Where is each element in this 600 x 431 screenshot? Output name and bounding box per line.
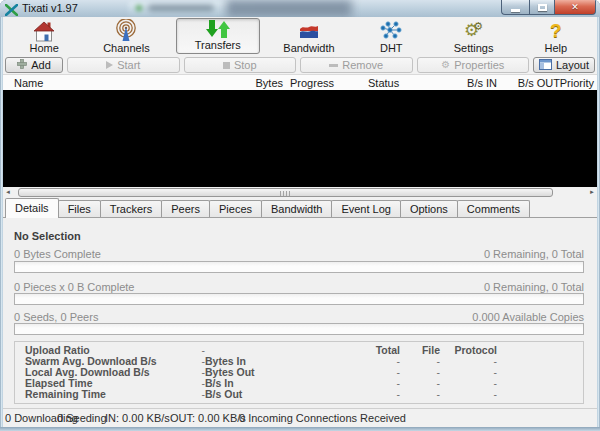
scroll-right-icon[interactable]: ►: [587, 187, 597, 197]
column-status[interactable]: Status: [368, 77, 399, 89]
stats-row-elapsed: Elapsed Time - B/s In - - -: [25, 378, 573, 389]
window-controls: ✕: [501, 0, 596, 15]
column-priority[interactable]: Priority: [534, 77, 594, 89]
pieces-progressbar: [14, 293, 584, 305]
transfers-icon: [205, 19, 231, 39]
stats-table: Upload Ratio - Total File Protocol Swarm…: [14, 341, 584, 404]
column-progress[interactable]: Progress: [290, 77, 334, 89]
properties-gear-icon: ⚙: [441, 60, 450, 70]
toolbar-label: Help: [545, 42, 568, 54]
tixati-window: Tixati v1.97 ✕ Home: [0, 0, 600, 431]
details-panel: No Selection 0 Bytes Complete 0 Remainin…: [3, 218, 597, 408]
layout-button-label: Layout: [556, 59, 589, 71]
start-button[interactable]: Start: [67, 57, 180, 73]
window-title: Tixati v1.97: [22, 2, 78, 14]
tab-options[interactable]: Options: [400, 200, 458, 217]
toolbar-item-bandwidth[interactable]: Bandwidth: [268, 17, 350, 56]
remove-button-label: Remove: [342, 59, 383, 71]
layout-button[interactable]: Layout: [533, 57, 595, 73]
stats-row-remaining: Remaining Time - B/s Out - - -: [25, 389, 573, 400]
close-button[interactable]: ✕: [555, 0, 596, 15]
transfer-list-body[interactable]: [3, 90, 597, 187]
toolbar-item-home[interactable]: Home: [3, 17, 85, 56]
bandwidth-icon: [299, 19, 319, 42]
close-icon: ✕: [571, 3, 579, 12]
column-name[interactable]: Name: [14, 77, 43, 89]
remove-button[interactable]: Remove: [300, 57, 413, 73]
toolbar-label: Home: [29, 42, 58, 54]
bytes-progressbar: [14, 261, 584, 273]
toolbar-item-dht[interactable]: DHT: [350, 17, 432, 56]
add-button-label: Add: [31, 59, 51, 71]
stats-row-local-avg: Local Avg. Download B/s - Bytes Out - - …: [25, 367, 573, 378]
toolbar-label: Bandwidth: [283, 42, 334, 54]
start-button-label: Start: [117, 59, 140, 71]
plus-icon: [17, 59, 27, 71]
tab-event-log[interactable]: Event Log: [331, 200, 401, 217]
properties-button-label: Properties: [454, 59, 504, 71]
stop-button-label: Stop: [234, 59, 257, 71]
toolbar-label: Transfers: [195, 39, 241, 51]
status-rate-out: OUT: 0.00 KB/s: [170, 412, 246, 424]
settings-gears-icon: ⚙⚙: [464, 19, 483, 42]
layout-icon: [539, 59, 552, 72]
minimize-icon: [511, 9, 520, 12]
stop-icon: [223, 62, 230, 69]
home-icon: [32, 19, 56, 42]
tab-pieces[interactable]: Pieces: [209, 200, 262, 217]
toolbar-label: Settings: [454, 42, 494, 54]
channels-icon: [115, 19, 137, 42]
stop-button[interactable]: Stop: [184, 57, 297, 73]
pieces-complete-label: 0 Pieces x 0 B Complete: [14, 281, 134, 293]
tab-details[interactable]: Details: [5, 198, 59, 218]
transfer-list-header: Name Bytes Progress Status B/s IN B/s OU…: [3, 74, 597, 90]
stats-col-file: File: [400, 345, 440, 356]
no-selection-label: No Selection: [14, 230, 81, 242]
horizontal-scrollbar[interactable]: ◄ ►: [3, 187, 597, 197]
add-button[interactable]: Add: [5, 57, 63, 73]
toolbar-item-settings[interactable]: ⚙⚙ Settings: [432, 17, 514, 56]
tab-peers[interactable]: Peers: [161, 200, 210, 217]
titlebar[interactable]: Tixati v1.97 ✕: [0, 0, 600, 17]
stats-col-protocol: Protocol: [440, 345, 497, 356]
toolbar-item-transfers[interactable]: Transfers: [176, 18, 260, 54]
scrollbar-thumb[interactable]: [18, 188, 553, 197]
column-bs-in[interactable]: B/s IN: [437, 77, 497, 89]
main-toolbar: Home Channels: [3, 17, 597, 56]
toolbar-item-help[interactable]: ? Help: [515, 17, 597, 56]
play-icon: [106, 61, 113, 69]
availability-progressbar: [14, 323, 584, 335]
maximize-icon: [538, 4, 547, 11]
blurred-overlay: [226, 0, 352, 17]
blurred-overlay-tab: [128, 1, 230, 15]
status-incoming: 0 Incoming Connections Received: [239, 412, 406, 424]
tixati-logo-icon: [5, 2, 18, 14]
scroll-left-icon[interactable]: ◄: [3, 187, 13, 197]
column-bytes[interactable]: Bytes: [223, 77, 283, 89]
bytes-remaining-label: 0 Remaining, 0 Total: [484, 248, 584, 260]
status-seeding: 0 Seeding: [57, 412, 107, 424]
toolbar-item-channels[interactable]: Channels: [85, 17, 167, 56]
tab-bandwidth[interactable]: Bandwidth: [261, 200, 332, 217]
statusbar: 0 Downloading 0 Seeding IN: 0.00 KB/s OU…: [3, 408, 597, 427]
properties-button[interactable]: ⚙ Properties: [417, 57, 530, 73]
client-area: Home Channels: [3, 17, 597, 427]
stats-col-total: Total: [305, 345, 400, 356]
bytes-complete-label: 0 Bytes Complete: [14, 248, 101, 260]
detail-tabbar: Details Files Trackers Peers Pieces Band…: [3, 197, 597, 218]
tab-comments[interactable]: Comments: [457, 200, 530, 217]
tab-trackers[interactable]: Trackers: [100, 200, 162, 217]
seeds-peers-label: 0 Seeds, 0 Peers: [14, 311, 98, 323]
window-border-bottom: [0, 427, 600, 431]
pieces-remaining-label: 0 Remaining, 0 Total: [484, 281, 584, 293]
minus-icon: [329, 64, 338, 67]
available-copies-label: 0.000 Available Copies: [472, 311, 584, 323]
dht-icon: [379, 19, 403, 42]
scrollbar-grip-icon: [280, 191, 292, 196]
maximize-button[interactable]: [529, 0, 555, 15]
tab-files[interactable]: Files: [58, 200, 101, 217]
help-question-icon: ?: [550, 19, 562, 42]
status-rate-in: IN: 0.00 KB/s: [105, 412, 170, 424]
action-toolbar: Add Start Stop Remove ⚙ Properties: [3, 56, 597, 74]
minimize-button[interactable]: [501, 0, 529, 15]
